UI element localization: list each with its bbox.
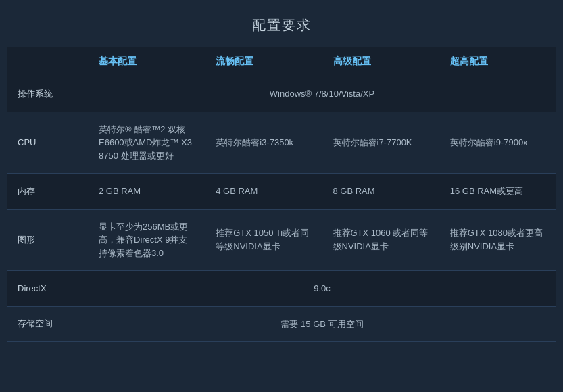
table-row-ram: 内存 2 GB RAM 4 GB RAM 8 GB RAM 16 GB RAM或… [7, 174, 556, 210]
table-row-directx: DirectX 9.0c [7, 271, 556, 307]
header-ultra: 超高配置 [439, 47, 556, 76]
label-directx: DirectX [7, 271, 88, 306]
graphics-advanced: 推荐GTX 1060 或者同等级NVIDIA显卡 [322, 210, 439, 271]
header-basic: 基本配置 [88, 47, 205, 76]
header-smooth: 流畅配置 [205, 47, 322, 76]
table-header: 基本配置 流畅配置 高级配置 超高配置 [7, 47, 556, 76]
value-os: Windows® 7/8/10/Vista/XP [88, 76, 556, 112]
label-graphics: 图形 [7, 210, 88, 271]
label-os: 操作系统 [7, 76, 88, 112]
cpu-basic: 英特尔® 酷睿™2 双核 E6600或AMD炸龙™ X3 8750 处理器或更好 [88, 112, 205, 174]
table-row-os: 操作系统 Windows® 7/8/10/Vista/XP [7, 76, 556, 112]
ram-advanced: 8 GB RAM [322, 174, 439, 209]
graphics-ultra: 推荐GTX 1080或者更高级别NVIDIA显卡 [439, 210, 556, 271]
value-directx: 9.0c [88, 271, 556, 306]
page-title: 配置要求 [7, 0, 556, 47]
ram-ultra: 16 GB RAM或更高 [439, 174, 556, 209]
header-advanced: 高级配置 [322, 47, 439, 76]
ram-basic: 2 GB RAM [88, 174, 205, 209]
cpu-ultra: 英特尔酷睿i9-7900x [439, 112, 556, 174]
label-ram: 内存 [7, 174, 88, 209]
table-row-storage: 存储空间 需要 15 GB 可用空间 [7, 307, 556, 343]
graphics-basic: 显卡至少为256MB或更高，兼容DirectX 9并支持像素着色器3.0 [88, 210, 205, 271]
table-row-cpu: CPU 英特尔® 酷睿™2 双核 E6600或AMD炸龙™ X3 8750 处理… [7, 112, 556, 174]
label-cpu: CPU [7, 112, 88, 174]
value-storage: 需要 15 GB 可用空间 [88, 307, 556, 342]
graphics-smooth: 推荐GTX 1050 Ti或者同等级NVIDIA显卡 [205, 210, 322, 271]
ram-smooth: 4 GB RAM [205, 174, 322, 209]
label-storage: 存储空间 [7, 307, 88, 342]
requirements-table: 基本配置 流畅配置 高级配置 超高配置 操作系统 Windows® 7/8/10… [7, 47, 556, 342]
table-row-graphics: 图形 显卡至少为256MB或更高，兼容DirectX 9并支持像素着色器3.0 … [7, 210, 556, 272]
header-label-col [7, 47, 88, 76]
cpu-advanced: 英特尔酷睿i7-7700K [322, 112, 439, 174]
cpu-smooth: 英特尔酷睿i3-7350k [205, 112, 322, 174]
